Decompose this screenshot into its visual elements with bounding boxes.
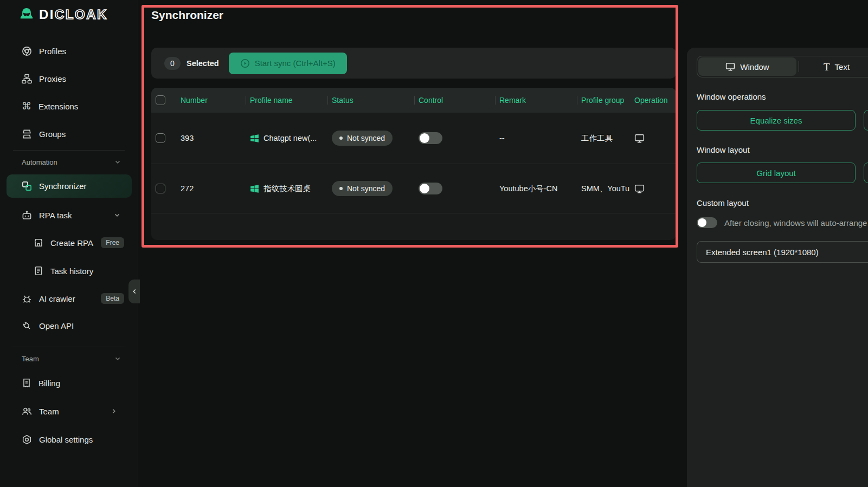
sidebar-item-synchronizer[interactable]: Synchronizer	[7, 174, 132, 198]
app-logo-text: DICLOAK	[39, 7, 108, 22]
start-sync-button[interactable]: Start sync (Ctrl+Alt+S)	[229, 53, 347, 74]
toolbar: 0 Selected Start sync (Ctrl+Alt+S)	[151, 48, 676, 79]
sidebar-item-billing[interactable]: Billing	[7, 372, 132, 394]
sidebar-item-global-settings[interactable]: Global settings	[7, 428, 132, 450]
sidebar-item-label: RPA task	[39, 211, 72, 220]
sidebar-item-rpa-task[interactable]: RPA task	[7, 204, 132, 226]
groups-icon	[22, 129, 32, 139]
proxies-icon	[22, 74, 32, 84]
sidebar-item-label: Open API	[39, 321, 74, 330]
control-toggle[interactable]	[419, 132, 442, 144]
global-settings-icon	[22, 434, 32, 445]
table-row: 272 指纹技术圆桌 Not synced Youtube小号-CN SMM、Y…	[151, 164, 676, 213]
sidebar-divider	[13, 347, 125, 347]
column-header-profile-group[interactable]: Profile group	[577, 96, 630, 105]
column-header-control[interactable]: Control	[414, 96, 495, 105]
play-circle-icon	[240, 59, 250, 68]
column-header-operation[interactable]: Operation	[630, 96, 676, 105]
grid-layout-button[interactable]: Grid layout	[697, 163, 856, 183]
windows-icon	[250, 184, 259, 193]
auto-arrange-label: After closing, windows will auto-arrange	[724, 218, 867, 228]
sidebar-item-proxies[interactable]: Proxies	[7, 68, 132, 89]
sidebar-collapse-handle[interactable]	[128, 280, 140, 303]
clipped-layout-button[interactable]	[864, 163, 868, 183]
sidebar-item-extensions[interactable]: ⌘ Extensions	[7, 95, 132, 117]
text-icon: T	[824, 62, 830, 72]
sidebar-divider	[13, 150, 125, 151]
chevron-down-icon	[114, 158, 121, 166]
table-footer-space	[151, 213, 676, 240]
sidebar-item-label: Task history	[50, 267, 93, 276]
sidebar-item-ai-crawler[interactable]: AI crawler Beta	[7, 288, 132, 309]
sidebar-item-task-history[interactable]: Task history	[7, 260, 132, 282]
team-icon	[22, 406, 32, 417]
windows-icon	[250, 134, 259, 143]
auto-arrange-toggle[interactable]	[697, 217, 717, 228]
equalize-sizes-button[interactable]: Equalize sizes	[697, 110, 856, 131]
remark: --	[495, 134, 577, 142]
screen-select-value: Extended screen1 (1920*1080)	[706, 248, 819, 257]
column-header-remark[interactable]: Remark	[495, 96, 577, 105]
status-badge: Not synced	[332, 181, 393, 196]
sidebar-item-label: Team	[39, 407, 59, 416]
open-api-icon	[22, 321, 32, 331]
sidebar-section-team[interactable]: Team	[22, 351, 125, 366]
status-dot-icon	[339, 137, 343, 140]
clipped-operation-button[interactable]	[864, 110, 868, 131]
chevron-down-icon	[114, 355, 121, 362]
tab-text[interactable]: T Text	[799, 57, 868, 76]
ai-crawler-icon	[22, 294, 32, 304]
rpa-task-icon	[22, 210, 32, 220]
app-logo: DICLOAK	[18, 7, 108, 23]
column-header-number[interactable]: Number	[177, 96, 246, 105]
screen-select[interactable]: Extended screen1 (1920*1080)	[697, 241, 868, 263]
row-number: 272	[177, 184, 246, 193]
monitor-icon	[725, 62, 735, 72]
sidebar-item-label: Extensions	[38, 102, 78, 111]
open-window-icon[interactable]	[634, 133, 676, 144]
profile-name: 指纹技术圆桌	[263, 184, 311, 194]
select-all-checkbox[interactable]	[156, 95, 165, 105]
page-title: Synchronizer	[151, 9, 223, 22]
sidebar-section-automation[interactable]: Automation	[22, 154, 125, 170]
row-checkbox[interactable]	[156, 133, 165, 143]
profile-group: 工作工具	[577, 133, 630, 144]
column-header-status[interactable]: Status	[327, 96, 414, 105]
chevron-right-icon	[110, 407, 118, 415]
custom-layout-label: Custom layout	[697, 198, 749, 207]
row-number: 393	[177, 134, 246, 142]
billing-icon	[22, 378, 31, 388]
sidebar-item-label: Global settings	[39, 435, 93, 444]
open-window-icon[interactable]	[634, 184, 676, 194]
sidebar-item-profiles[interactable]: Profiles	[7, 40, 132, 62]
column-header-profile-name[interactable]: Profile name	[246, 96, 327, 105]
extensions-icon: ⌘	[22, 101, 31, 111]
sidebar-item-label: Proxies	[39, 74, 66, 83]
control-toggle[interactable]	[419, 183, 442, 194]
profiles-table: Number Profile name Status Control Remar…	[151, 88, 676, 240]
free-badge: Free	[101, 237, 124, 248]
sidebar-item-create-rpa[interactable]: Create RPA Free	[7, 232, 132, 254]
status-dot-icon	[339, 187, 343, 190]
sidebar: DICLOAK Profiles Proxies ⌘ Extensions	[0, 0, 138, 487]
sidebar-item-groups[interactable]: Groups	[7, 123, 132, 145]
create-rpa-icon	[34, 238, 43, 248]
profiles-icon	[22, 46, 32, 56]
sidebar-item-open-api[interactable]: Open API	[7, 315, 132, 336]
sidebar-item-team[interactable]: Team	[7, 400, 132, 422]
sidebar-item-label: Profiles	[39, 47, 66, 56]
profile-group: SMM、YouTu	[577, 184, 630, 194]
window-layout-label: Window layout	[697, 145, 750, 154]
panel-tab-control: Window T Text	[697, 56, 868, 77]
row-checkbox[interactable]	[156, 184, 165, 193]
status-badge: Not synced	[332, 131, 393, 146]
sync-settings-panel: Window T Text Window operations Equalize…	[687, 48, 868, 487]
chevron-left-icon	[131, 288, 138, 295]
tab-window[interactable]: Window	[698, 57, 796, 76]
remark: Youtube小号-CN	[495, 184, 577, 194]
sidebar-item-label: Billing	[38, 379, 60, 388]
table-row: 393 Chatgpt new(... Not synced -- 工作工具	[151, 113, 676, 164]
sidebar-item-label: Groups	[39, 129, 66, 139]
task-history-icon	[34, 266, 43, 276]
window-operations-label: Window operations	[697, 92, 766, 101]
